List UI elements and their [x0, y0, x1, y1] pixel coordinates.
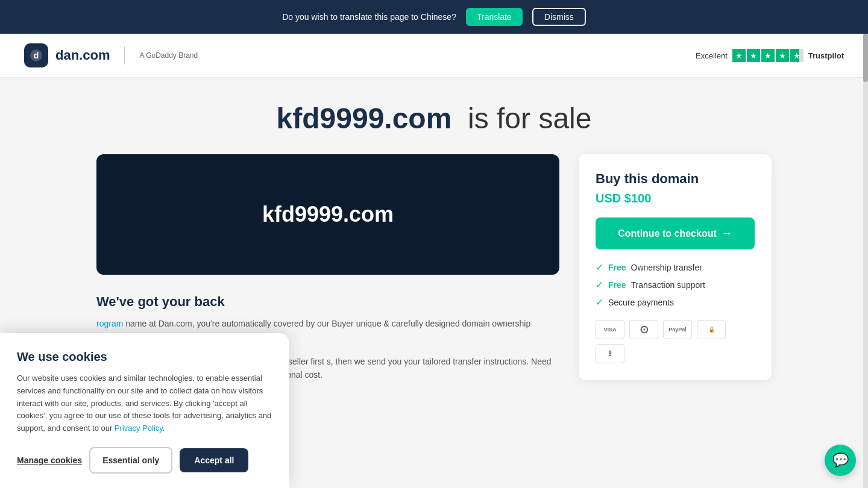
buyer-program-link[interactable]: rogram [96, 319, 123, 328]
star-5-half: ★ [790, 49, 804, 62]
cookie-body: Our website uses cookies and similar tec… [17, 372, 272, 435]
logo-area: d dan.com A GoDaddy Brand [24, 43, 198, 67]
domain-display-text: kfd9999.com [262, 202, 394, 227]
payment-icons: VISA ⊙ PayPal 🔒 ₿ [596, 320, 755, 363]
feature-label-2: Transaction support [631, 280, 705, 290]
paypal-icon: PayPal [663, 320, 692, 339]
godaddy-brand: A GoDaddy Brand [139, 51, 198, 60]
scrollbar[interactable] [863, 34, 868, 435]
free-label-1: Free [608, 263, 626, 272]
star-3: ★ [761, 49, 775, 62]
cookie-title: We use cookies [17, 350, 272, 364]
feature-secure: ✓ Secure payments [596, 296, 755, 308]
cookie-banner: We use cookies Our website uses cookies … [0, 333, 289, 435]
we-got-back-title: We've got your back [96, 294, 559, 310]
visa-icon: VISA [596, 320, 624, 339]
title-suffix: is for sale [468, 102, 591, 134]
stars: ★ ★ ★ ★ ★ [732, 49, 804, 62]
header: d dan.com A GoDaddy Brand Excellent ★ ★ … [0, 34, 868, 78]
logo-divider [124, 46, 125, 64]
checkout-label: Continue to checkout [618, 228, 717, 239]
buy-title: Buy this domain [596, 171, 755, 187]
buy-panel: Buy this domain USD $100 Continue to che… [579, 154, 772, 380]
trustpilot-name: Trustpilot [808, 51, 844, 60]
notification-bar: Do you wish to translate this page to Ch… [0, 0, 868, 34]
domain-display-box: kfd9999.com [96, 154, 559, 275]
checkout-button[interactable]: Continue to checkout → [596, 217, 755, 249]
check-icon-2: ✓ [596, 279, 603, 290]
feature-label-1: Ownership transfer [631, 263, 702, 272]
logo-icon: d [24, 43, 48, 67]
star-2: ★ [747, 49, 760, 62]
star-1: ★ [732, 49, 746, 62]
page-title: kfd9999.com is for sale [96, 102, 772, 135]
scrollbar-thumb[interactable] [863, 34, 868, 82]
bitcoin-icon: ₿ [596, 344, 624, 363]
features-list: ✓ Free Ownership transfer ✓ Free Transac… [596, 261, 755, 308]
privacy-policy-link[interactable]: Privacy Policy [115, 424, 163, 433]
check-icon-3: ✓ [596, 296, 603, 308]
logo-text: dan.com [55, 48, 110, 63]
domain-name: kfd9999.com [277, 102, 452, 134]
feature-ownership: ✓ Free Ownership transfer [596, 261, 755, 273]
trustpilot-label: Excellent [696, 51, 728, 60]
arrow-icon: → [722, 227, 732, 240]
mastercard-icon: ⊙ [629, 320, 658, 339]
feature-transaction: ✓ Free Transaction support [596, 279, 755, 290]
trustpilot-area: Excellent ★ ★ ★ ★ ★ Trustpilot [696, 49, 844, 62]
star-4: ★ [776, 49, 789, 62]
translate-button[interactable]: Translate [466, 8, 523, 26]
check-icon-1: ✓ [596, 261, 603, 273]
free-label-2: Free [608, 280, 626, 290]
escrow-icon: 🔒 [697, 320, 726, 339]
svg-text:d: d [34, 51, 39, 60]
dismiss-button[interactable]: Dismiss [532, 8, 586, 26]
buy-price: USD $100 [596, 192, 755, 205]
notification-text: Do you wish to translate this page to Ch… [282, 12, 456, 22]
feature-label-3: Secure payments [608, 298, 674, 307]
